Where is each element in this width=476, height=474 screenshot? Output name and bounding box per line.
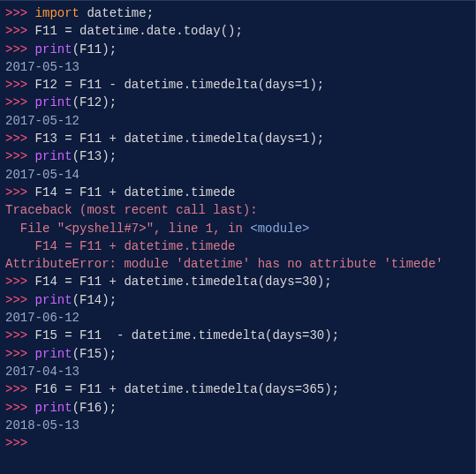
error-text: Traceback (most recent call last): — [5, 203, 258, 217]
input-line: >>> F15 = F11 - datetime.timedelta(days=… — [5, 327, 470, 344]
input-line: >>> print(F14); — [5, 291, 470, 309]
input-line: >>> print(F12); — [5, 94, 470, 111]
input-line: >>> print(F11); — [5, 41, 470, 58]
prompt-symbol: >>> — [5, 401, 35, 415]
output-line: 2018-05-13 — [5, 417, 470, 434]
keyword-token: import — [35, 6, 79, 20]
output-text: 2017-06-12 — [5, 311, 79, 325]
error-line: File "<pyshell#7>", line 1, in <module> — [5, 220, 470, 237]
prompt-symbol: >>> — [5, 42, 35, 56]
code-text: F12 = F11 - datetime.timedelta(days=1); — [35, 78, 325, 92]
input-line: >>> F14 = F11 + datetime.timedelta(days=… — [5, 273, 470, 290]
error-text: AttributeError: module 'datetime' has no… — [5, 257, 443, 271]
code-text: F14 = F11 + datetime.timedelta(days=30); — [35, 275, 332, 289]
input-line: >>> F14 = F11 + datetime.timede — [5, 184, 470, 201]
output-line: 2017-04-13 — [5, 363, 470, 380]
code-text: datetime; — [79, 6, 154, 20]
prompt-symbol: >>> — [5, 436, 35, 450]
prompt-symbol: >>> — [5, 382, 35, 396]
error-text: File "<pyshell#7>", line 1, in — [5, 222, 250, 236]
code-text: F16 = F11 + datetime.timedelta(days=365)… — [35, 382, 339, 396]
code-text: (F14); — [72, 293, 117, 307]
input-line: >>> print(F16); — [5, 399, 470, 417]
function-token: print — [35, 149, 72, 163]
output-line: 2017-05-12 — [5, 112, 470, 130]
code-text: (F12); — [72, 95, 117, 109]
prompt-symbol: >>> — [5, 328, 35, 342]
input-line: >>> print(F15); — [5, 345, 470, 363]
prompt-symbol: >>> — [5, 132, 35, 146]
prompt-symbol: >>> — [5, 149, 35, 163]
function-token: print — [35, 293, 72, 307]
input-line: >>> F11 = datetime.date.today(); — [5, 22, 470, 40]
prompt-symbol: >>> — [5, 95, 35, 109]
code-text: F11 = datetime.date.today(); — [35, 24, 243, 38]
code-text: F14 = F11 + datetime.timede — [35, 185, 236, 199]
prompt-symbol: >>> — [5, 347, 35, 361]
code-text: (F11); — [72, 42, 117, 56]
prompt-symbol: >>> — [5, 293, 35, 307]
prompt-symbol: >>> — [5, 275, 35, 289]
input-line: >>> — [5, 434, 470, 452]
input-line: >>> F13 = F11 + datetime.timedelta(days=… — [5, 130, 470, 147]
error-line: Traceback (most recent call last): — [5, 201, 470, 219]
input-line: >>> import datetime; — [5, 4, 470, 22]
input-line: >>> F16 = F11 + datetime.timedelta(days=… — [5, 380, 470, 398]
input-line: >>> print(F13); — [5, 147, 470, 165]
code-text: F13 = F11 + datetime.timedelta(days=1); — [35, 132, 325, 146]
output-text: 2017-04-13 — [5, 365, 79, 379]
output-text: 2017-05-12 — [5, 114, 79, 128]
prompt-symbol: >>> — [5, 6, 35, 20]
output-line: 2017-06-12 — [5, 309, 470, 327]
function-token: print — [35, 95, 72, 109]
output-text: 2017-05-13 — [5, 60, 79, 74]
error-text: F14 = F11 + datetime.timede — [5, 239, 235, 253]
function-token: print — [35, 347, 72, 361]
function-token: print — [35, 401, 72, 415]
output-text: 2017-05-14 — [5, 168, 79, 182]
python-shell-terminal[interactable]: >>> import datetime;>>> F11 = datetime.d… — [5, 4, 470, 452]
code-text: (F13); — [72, 149, 117, 163]
code-text: (F16); — [72, 401, 117, 415]
prompt-symbol: >>> — [5, 78, 35, 92]
input-line: >>> F12 = F11 - datetime.timedelta(days=… — [5, 76, 470, 94]
code-text: F15 = F11 - datetime.timedelta(days=30); — [35, 328, 339, 342]
prompt-symbol: >>> — [5, 185, 35, 199]
error-line: F14 = F11 + datetime.timede — [5, 237, 470, 255]
function-token: print — [35, 42, 72, 56]
prompt-symbol: >>> — [5, 24, 35, 38]
code-text: (F15); — [72, 347, 117, 361]
output-line: 2017-05-14 — [5, 166, 470, 184]
error-line: AttributeError: module 'datetime' has no… — [5, 255, 470, 273]
module-tag: <module> — [250, 222, 309, 236]
output-text: 2018-05-13 — [5, 418, 79, 433]
output-line: 2017-05-13 — [5, 58, 470, 76]
